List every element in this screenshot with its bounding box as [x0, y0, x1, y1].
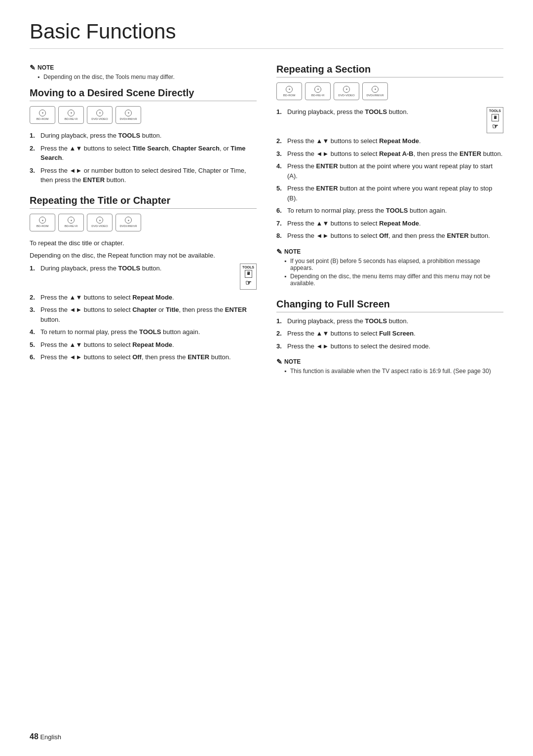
moving-section-title: Moving to a Desired Scene Directly — [30, 87, 257, 101]
rs-step-7: 7. Press the ▲▼ buttons to select Repeat… — [276, 219, 503, 228]
fs-note-label: ✎ NOTE — [276, 358, 503, 366]
fs-step-1: 1. During playback, press the TOOLS butt… — [276, 316, 503, 326]
rs-disc-btn-dvdvideo: DVD-VIDEO — [334, 82, 359, 100]
repeating-title-section: Repeating the Title or Chapter BD-ROM BD… — [30, 195, 257, 362]
fs-step-3: 3. Press the ◄► buttons to select the de… — [276, 341, 503, 351]
page-suffix: English — [40, 733, 61, 741]
rt-steps: 1. During playback, press the TOOLS butt… — [30, 264, 257, 362]
rs-steps: 1. During playback, press the TOOLS butt… — [276, 107, 503, 241]
moving-section: Moving to a Desired Scene Directly BD-RO… — [30, 87, 257, 185]
rt-intro-1: To repeat the disc title or chapter. — [30, 238, 257, 248]
rs-step-8: 8. Press the ◄► buttons to select Off, a… — [276, 231, 503, 241]
rt-disc-btn-dvdvideo: DVD-VIDEO — [87, 214, 113, 231]
rs-note-icon: ✎ — [276, 248, 282, 256]
tools-hand-rs: ☞ — [492, 121, 498, 132]
rt-step-4: 4. To return to normal play, press the T… — [30, 327, 257, 337]
fs-note-icon: ✎ — [276, 358, 282, 366]
rs-step-6: 6. To return to normal play, press the T… — [276, 206, 503, 216]
rs-note-text: NOTE — [284, 248, 301, 255]
left-column: ✎ NOTE Depending on the disc, the Tools … — [30, 64, 257, 381]
rs-step-3: 3. Press the ◄► buttons to select Repeat… — [276, 149, 503, 159]
disc-btn-bdrer: BD-RE/-R — [58, 106, 84, 124]
note-item: Depending on the disc, the Tools menu ma… — [38, 74, 257, 80]
rt-intro-2: Depending on the disc, the Repeat functi… — [30, 251, 257, 261]
tools-btn-rs: TOOLS 🖥 ☞ — [487, 107, 503, 133]
fs-note: ✎ NOTE This function is available when t… — [276, 358, 503, 375]
moving-step-3: 3. Press the ◄► or number button to sele… — [30, 166, 257, 185]
repeating-title-section-title: Repeating the Title or Chapter — [30, 195, 257, 209]
moving-steps: 1. During playback, press the TOOLS butt… — [30, 131, 257, 185]
rs-step-5: 5. Press the ENTER button at the point w… — [276, 184, 503, 203]
rs-disc-btn-dvdrw: DVD±RW/±R — [362, 82, 388, 100]
disc-btn-dvdvideo: DVD-VIDEO — [87, 106, 113, 124]
rt-step-1: 1. During playback, press the TOOLS butt… — [30, 264, 257, 290]
repeating-disc-buttons: BD-ROM BD-RE/-R DVD-VIDEO DVD±RW/±R — [276, 82, 503, 100]
rs-disc-btn-bdrer: BD-RE/-R — [305, 82, 331, 100]
rt-disc-btn-dvdrw: DVD±RW/±R — [115, 214, 141, 231]
rs-note: ✎ NOTE If you set point (B) before 5 sec… — [276, 248, 503, 287]
tools-screen-rt: 🖥 — [245, 270, 252, 278]
repeating-section: Repeating a Section BD-ROM BD-RE/-R DVD-… — [276, 64, 503, 287]
full-screen-title: Changing to Full Screen — [276, 299, 503, 312]
moving-step-2: 2. Press the ▲▼ buttons to select Title … — [30, 144, 257, 163]
rs-step-1: 1. During playback, press the TOOLS butt… — [276, 107, 503, 133]
disc-btn-bdrom: BD-ROM — [30, 106, 55, 124]
repeating-section-title: Repeating a Section — [276, 64, 503, 77]
rs-step-2: 2. Press the ▲▼ buttons to select Repeat… — [276, 136, 503, 146]
rs-note-label: ✎ NOTE — [276, 248, 503, 256]
page-number: 48 — [30, 732, 38, 741]
disc-btn-dvdrw: DVD±RW/±R — [115, 106, 141, 124]
rt-step-2: 2. Press the ▲▼ buttons to select Repeat… — [30, 293, 257, 302]
rt-step-6: 6. Press the ◄► buttons to select Off, t… — [30, 352, 257, 362]
page-footer: 48 English — [30, 732, 61, 741]
rs-note-item-1: If you set point (B) before 5 seconds ha… — [284, 258, 503, 271]
rs-note-item-2: Depending on the disc, the menu items ma… — [284, 273, 503, 287]
right-column: Repeating a Section BD-ROM BD-RE/-R DVD-… — [276, 64, 503, 381]
rt-disc-btn-bdrer: BD-RE/-R — [58, 214, 84, 231]
rt-disc-btn-bdrom: BD-ROM — [30, 214, 55, 231]
rs-step-4: 4. Press the ENTER button at the point w… — [276, 161, 503, 181]
tools-hand-rt: ☞ — [245, 278, 252, 288]
fs-step-2: 2. Press the ▲▼ buttons to select Full S… — [276, 329, 503, 339]
rt-step-5: 5. Press the ▲▼ buttons to select Repeat… — [30, 340, 257, 350]
fs-note-text: NOTE — [284, 358, 301, 365]
full-screen-section: Changing to Full Screen 1. During playba… — [276, 299, 503, 375]
repeating-title-disc-buttons: BD-ROM BD-RE/-R DVD-VIDEO DVD±RW/±R — [30, 214, 257, 231]
note-text: NOTE — [38, 64, 54, 71]
moving-step-1: 1. During playback, press the TOOLS butt… — [30, 131, 257, 141]
note-label: ✎ NOTE — [30, 64, 257, 72]
moving-disc-buttons: BD-ROM BD-RE/-R DVD-VIDEO DVD±RW/±R — [30, 106, 257, 124]
fs-note-item-1: This function is available when the TV a… — [284, 368, 503, 375]
rs-disc-btn-bdrom: BD-ROM — [276, 82, 302, 100]
fs-steps: 1. During playback, press the TOOLS butt… — [276, 316, 503, 351]
page-title: Basic Functions — [30, 20, 503, 49]
tools-screen-rs: 🖥 — [492, 114, 499, 122]
tools-btn-rt: TOOLS 🖥 ☞ — [240, 264, 257, 290]
rt-step-3: 3. Press the ◄► buttons to select Chapte… — [30, 305, 257, 324]
note-icon: ✎ — [30, 64, 36, 72]
top-note: ✎ NOTE Depending on the disc, the Tools … — [30, 64, 257, 80]
